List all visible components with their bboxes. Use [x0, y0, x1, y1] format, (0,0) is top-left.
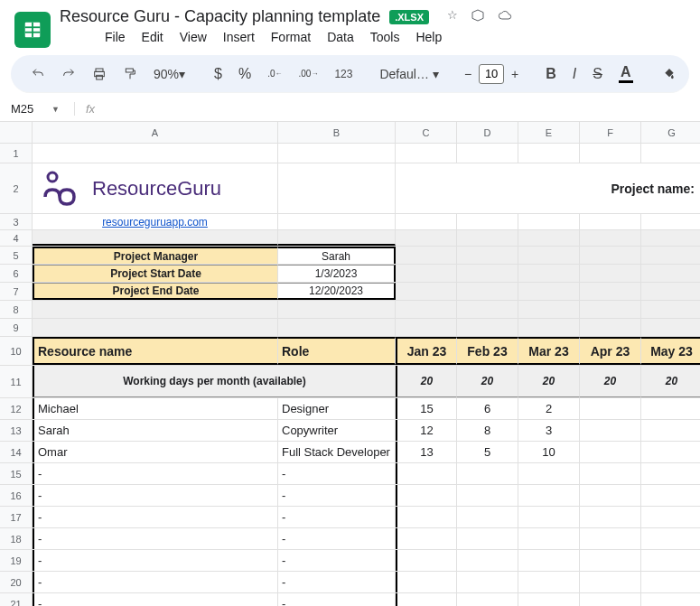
resource-name[interactable]: - — [33, 507, 278, 527]
available-val[interactable]: 20 — [457, 366, 518, 397]
row-header-7[interactable]: 7 — [0, 283, 33, 301]
menu-help[interactable]: Help — [415, 30, 442, 44]
resource-val[interactable] — [641, 463, 700, 484]
resource-val[interactable] — [518, 463, 580, 484]
row-header-5[interactable]: 5 — [0, 247, 33, 265]
available-val[interactable]: 20 — [580, 366, 641, 397]
resource-val[interactable] — [580, 442, 641, 462]
resource-name[interactable]: - — [33, 485, 278, 506]
resource-val[interactable] — [396, 507, 457, 527]
resource-val[interactable] — [457, 593, 518, 606]
redo-icon[interactable] — [56, 63, 81, 85]
resource-val[interactable] — [518, 507, 580, 527]
row-header-10[interactable]: 10 — [0, 337, 33, 366]
row-header-16[interactable]: 16 — [0, 485, 33, 507]
available-val[interactable]: 20 — [641, 366, 700, 397]
row-header-19[interactable]: 19 — [0, 550, 33, 572]
resource-val[interactable] — [641, 420, 700, 441]
resource-val[interactable] — [518, 572, 580, 592]
cell[interactable] — [457, 144, 518, 163]
cell[interactable] — [457, 265, 518, 282]
brand-link[interactable]: resourceguruapp.com — [33, 214, 278, 229]
name-box[interactable]: M25▼ — [7, 100, 63, 117]
resource-val[interactable] — [457, 572, 518, 592]
cell[interactable] — [457, 230, 518, 246]
menu-tools[interactable]: Tools — [370, 30, 400, 44]
cell[interactable] — [396, 144, 457, 163]
resource-name[interactable]: - — [33, 528, 278, 549]
resource-val[interactable]: 8 — [457, 420, 518, 441]
resource-val[interactable]: 2 — [518, 398, 580, 419]
select-all-corner[interactable] — [0, 122, 33, 144]
menu-edit[interactable]: Edit — [142, 30, 163, 44]
row-header-20[interactable]: 20 — [0, 572, 33, 593]
cell[interactable] — [396, 214, 457, 229]
resource-val[interactable] — [641, 528, 700, 549]
resource-role[interactable]: - — [278, 593, 396, 606]
cell[interactable] — [580, 230, 641, 246]
cell[interactable] — [641, 319, 700, 336]
resource-val[interactable]: 12 — [396, 420, 457, 441]
number-format-button[interactable]: 123 — [329, 64, 358, 84]
resource-val[interactable] — [518, 593, 580, 606]
cell[interactable] — [580, 283, 641, 300]
cell[interactable] — [457, 319, 518, 336]
cell[interactable] — [278, 230, 396, 246]
cell[interactable] — [518, 301, 580, 318]
resource-val[interactable] — [457, 507, 518, 527]
resource-val[interactable] — [518, 528, 580, 549]
resource-val[interactable] — [580, 572, 641, 592]
end-value[interactable]: 12/20/2023 — [278, 283, 396, 300]
resource-val[interactable] — [396, 528, 457, 549]
print-icon[interactable] — [87, 63, 112, 85]
row-header-2[interactable]: 2 — [0, 163, 33, 214]
resource-val[interactable]: 10 — [518, 442, 580, 462]
increase-decimal-button[interactable]: .00→ — [294, 65, 324, 82]
resource-role[interactable]: Full Stack Developer — [278, 442, 396, 462]
resource-val[interactable] — [457, 485, 518, 506]
resource-val[interactable] — [396, 572, 457, 592]
row-header-11[interactable]: 11 — [0, 366, 33, 398]
cell[interactable] — [641, 247, 700, 264]
fillcolor-button[interactable] — [657, 63, 682, 85]
resource-name[interactable]: - — [33, 550, 278, 571]
resource-val[interactable] — [580, 420, 641, 441]
resource-val[interactable] — [580, 507, 641, 527]
resource-role[interactable]: - — [278, 528, 396, 549]
resource-role[interactable]: Designer — [278, 398, 396, 419]
resource-val[interactable] — [641, 593, 700, 606]
paint-format-icon[interactable] — [117, 63, 143, 85]
cell[interactable] — [396, 247, 457, 264]
resource-role[interactable]: - — [278, 485, 396, 506]
resource-val[interactable] — [641, 398, 700, 419]
col-header-B[interactable]: B — [278, 122, 396, 144]
cloud-icon[interactable] — [498, 8, 512, 25]
row-header-21[interactable]: 21 — [0, 593, 33, 606]
cell[interactable] — [396, 301, 457, 318]
cell[interactable] — [457, 283, 518, 300]
resource-val[interactable] — [641, 550, 700, 571]
available-val[interactable]: 20 — [518, 366, 580, 397]
resource-name[interactable]: - — [33, 463, 278, 484]
resource-val[interactable] — [580, 463, 641, 484]
resource-val[interactable] — [396, 463, 457, 484]
cell[interactable] — [33, 144, 278, 163]
resource-name[interactable]: Michael — [33, 398, 278, 419]
col-header-C[interactable]: C — [396, 122, 457, 144]
cell[interactable] — [278, 163, 396, 213]
resource-val[interactable] — [641, 442, 700, 462]
resource-val[interactable] — [457, 550, 518, 571]
row-header-17[interactable]: 17 — [0, 507, 33, 528]
col-header-G[interactable]: G — [641, 122, 700, 144]
fontsize-increase[interactable]: + — [508, 67, 522, 81]
cell[interactable] — [518, 265, 580, 282]
cell[interactable] — [518, 214, 580, 229]
resource-val[interactable] — [580, 398, 641, 419]
resource-val[interactable] — [396, 550, 457, 571]
cell[interactable] — [518, 319, 580, 336]
cell[interactable] — [518, 247, 580, 264]
menu-format[interactable]: Format — [271, 30, 311, 44]
row-header-1[interactable]: 1 — [0, 144, 33, 163]
row-header-15[interactable]: 15 — [0, 463, 33, 485]
cell[interactable] — [641, 230, 700, 246]
